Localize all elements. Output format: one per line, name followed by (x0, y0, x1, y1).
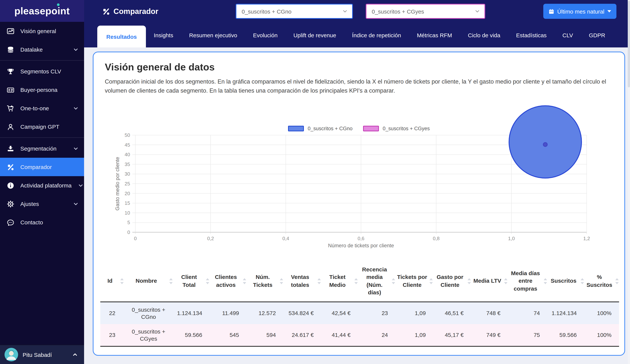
sidebar-item-label: Datalake (20, 46, 67, 53)
info-icon (7, 182, 14, 189)
tab-insights[interactable]: Insights (146, 22, 181, 47)
tab-ciclo-de-vida[interactable]: Ciclo de vida (460, 22, 508, 47)
sidebar-item-label: One-to-one (20, 105, 67, 111)
column-header-media-dias-entre-compras[interactable]: Media días entre compras (508, 260, 548, 302)
sidebar-item-buyer-persona[interactable]: Buyer-persona (0, 81, 84, 99)
column-header-tickets-por-cliente[interactable]: Tickets por Cliente (396, 260, 434, 302)
period-selector-button[interactable]: Último mes natural (543, 4, 616, 19)
column-header-pct-suscritos[interactable]: % Suscritos (584, 260, 619, 302)
column-header-recencia-media[interactable]: Recencia media (Núm. días) (358, 260, 396, 302)
chevron-down-icon (475, 9, 480, 14)
kpi-table: Id Nombre Client Total Clientes activos … (100, 260, 619, 347)
tab-resultados[interactable]: Resultados (97, 26, 146, 47)
cell-id: 22 (100, 302, 124, 324)
tab-clv[interactable]: CLV (554, 22, 581, 47)
cell-recencia-media: 24 (358, 324, 396, 346)
tab-resumen-ejecutivo[interactable]: Resumen ejecutivo (181, 22, 245, 47)
sort-icon (354, 278, 358, 284)
table-row-cgyes[interactable]: 23 0_suscritos + CGyes 59.566 545 594 24… (100, 324, 619, 346)
chevron-down-icon (342, 9, 348, 14)
svg-text:10: 10 (124, 210, 130, 216)
sidebar-item-label: Campaign GPT (20, 124, 79, 130)
sort-icon (169, 278, 172, 284)
column-header-suscritos[interactable]: Suscritos (548, 260, 584, 302)
cell-num-tickets: 12.572 (246, 302, 283, 324)
sidebar: pleasepoint Visión general Datalake Segm… (0, 0, 84, 364)
segment-select-1[interactable]: 0_suscritos + CGno (236, 4, 353, 19)
app-window: pleasepoint Visión general Datalake Segm… (0, 0, 630, 364)
svg-text:5: 5 (128, 220, 130, 225)
sidebar-item-label: Actividad plataforma (20, 182, 72, 188)
sidebar-item-segmentos-clv[interactable]: Segmentos CLV (0, 62, 84, 81)
chevron-down-icon (73, 46, 79, 52)
table-row-cgno[interactable]: 22 0_suscritos + CGno 1.124.134 11.499 1… (100, 302, 619, 324)
calendar-icon (548, 8, 554, 14)
cell-media-ltv: 749 € (471, 324, 508, 346)
tab-gdpr[interactable]: GDPR (581, 22, 613, 47)
tab-indice-de-repeticion[interactable]: Índice de repetición (344, 22, 409, 47)
chevron-down-icon (73, 146, 79, 152)
tab-metricas-rfm[interactable]: Métricas RFM (409, 22, 460, 47)
cell-pct-suscritos: 100% (584, 302, 619, 324)
table-header-row: Id Nombre Client Total Clientes activos … (100, 260, 619, 302)
sidebar-item-one-to-one[interactable]: One-to-one (0, 99, 84, 117)
cell-id: 23 (100, 324, 124, 346)
column-header-nombre[interactable]: Nombre (124, 260, 173, 302)
sidebar-item-label: Segmentación (20, 145, 67, 152)
cell-media-ltv: 748 € (471, 302, 508, 324)
cell-client-total: 59.566 (173, 324, 210, 346)
column-header-gasto-por-cliente[interactable]: Gasto por Cliente (434, 260, 471, 302)
sidebar-item-label: Segmentos CLV (20, 68, 79, 75)
tab-estadisticas[interactable]: Estadísticas (508, 22, 554, 47)
sidebar-item-contacto[interactable]: Contacto (0, 213, 84, 231)
tab-uplift-de-revenue[interactable]: Uplift de revenue (286, 22, 344, 47)
download-icon (7, 145, 14, 152)
page-title: Comparador (102, 0, 158, 22)
sidebar-item-datalake[interactable]: Datalake (0, 40, 84, 59)
sort-icon (430, 278, 433, 284)
cell-ticket-medio: 42,54 € (321, 302, 358, 324)
column-header-ventas-totales[interactable]: Ventas totales (283, 260, 321, 302)
chat-icon (7, 218, 14, 226)
svg-text:1,2: 1,2 (583, 236, 590, 241)
chevron-down-icon (73, 201, 79, 207)
sort-icon (468, 278, 471, 284)
sidebar-item-campaign-gpt[interactable]: Campaign GPT (0, 117, 84, 136)
database-icon (7, 46, 14, 53)
tab-evolucion[interactable]: Evolución (245, 22, 286, 47)
svg-text:50: 50 (124, 132, 130, 138)
scrollbar-thumb[interactable] (628, 1, 630, 87)
column-header-client-total[interactable]: Client Total (173, 260, 210, 302)
sidebar-item-label: Buyer-persona (20, 87, 79, 93)
sidebar-item-label: Visión general (20, 28, 79, 34)
avatar (4, 348, 18, 361)
chart-plot-area[interactable]: 00,20,40,60,81,01,205101520253035404550N… (94, 102, 624, 254)
sort-icon (206, 278, 210, 284)
sidebar-item-actividad-plataforma[interactable]: Actividad plataforma (0, 176, 84, 195)
page-scrollbar[interactable] (628, 0, 630, 364)
column-header-media-ltv[interactable]: Media LTV (471, 260, 508, 302)
column-header-id[interactable]: Id (100, 260, 124, 302)
sidebar-item-comparador[interactable]: Comparador (0, 158, 84, 176)
cell-tickets-por-cliente: 1,09 (396, 302, 434, 324)
sidebar-divider (0, 137, 84, 138)
sort-icon (280, 278, 283, 284)
segment-select-2[interactable]: 0_suscritos + CGyes (366, 4, 485, 19)
sort-icon (120, 278, 124, 284)
cell-gasto-por-cliente: 45,17 € (434, 324, 471, 346)
svg-text:25: 25 (124, 181, 130, 186)
sidebar-item-ajustes[interactable]: Ajustes (0, 195, 84, 213)
svg-text:0,2: 0,2 (207, 236, 214, 241)
sidebar-item-vision-general[interactable]: Visión general (0, 22, 84, 40)
chart-line-icon (7, 27, 14, 35)
logo[interactable]: pleasepoint (0, 0, 84, 22)
user-menu[interactable]: Pitu Sabadí (0, 345, 84, 364)
cell-ventas-totales: 24.617 € (283, 324, 321, 346)
column-header-ticket-medio[interactable]: Ticket Medio (321, 260, 358, 302)
sidebar-item-segmentacion[interactable]: Segmentación (0, 139, 84, 158)
sort-icon (318, 278, 321, 284)
column-header-clientes-activos[interactable]: Clientes activos (210, 260, 246, 302)
column-header-num-tickets[interactable]: Núm. Tickets (246, 260, 283, 302)
caret-down-icon (608, 10, 611, 12)
cell-clientes-activos: 11.499 (210, 302, 246, 324)
